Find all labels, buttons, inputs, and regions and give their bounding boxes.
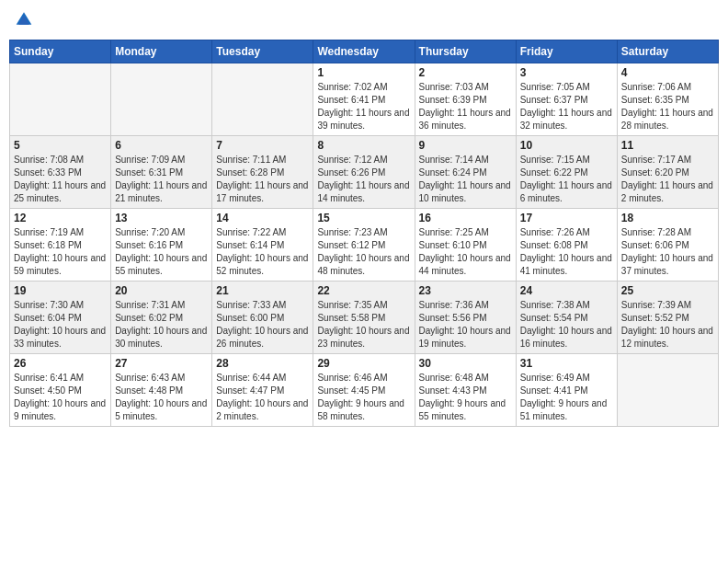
day-info: Sunrise: 7:31 AMSunset: 6:02 PMDaylight:…: [115, 299, 208, 350]
day-number: 27: [115, 357, 208, 370]
day-number: 7: [216, 139, 309, 152]
day-header-tuesday: Tuesday: [212, 40, 313, 63]
calendar-header-row: SundayMondayTuesdayWednesdayThursdayFrid…: [10, 40, 719, 63]
calendar-cell: 26Sunrise: 6:41 AMSunset: 4:50 PMDayligh…: [10, 354, 111, 427]
calendar-week-row: 26Sunrise: 6:41 AMSunset: 4:50 PMDayligh…: [10, 354, 719, 427]
calendar-cell: 12Sunrise: 7:19 AMSunset: 6:18 PMDayligh…: [10, 209, 111, 282]
calendar-cell: 11Sunrise: 7:17 AMSunset: 6:20 PMDayligh…: [617, 136, 718, 209]
day-number: 15: [317, 212, 410, 224]
calendar-cell: [212, 63, 313, 136]
calendar-cell: 22Sunrise: 7:35 AMSunset: 5:58 PMDayligh…: [313, 282, 415, 354]
day-info: Sunrise: 7:26 AMSunset: 6:08 PMDaylight:…: [520, 226, 613, 278]
calendar-cell: 23Sunrise: 7:36 AMSunset: 5:56 PMDayligh…: [415, 282, 516, 354]
calendar-cell: 30Sunrise: 6:48 AMSunset: 4:43 PMDayligh…: [415, 354, 516, 427]
day-number: 31: [520, 357, 613, 370]
day-number: 25: [621, 284, 714, 297]
calendar-cell: 2Sunrise: 7:03 AMSunset: 6:39 PMDaylight…: [415, 63, 516, 136]
day-number: 17: [520, 212, 613, 224]
day-number: 9: [419, 139, 512, 152]
day-number: 30: [419, 357, 512, 370]
day-info: Sunrise: 7:39 AMSunset: 5:52 PMDaylight:…: [621, 299, 714, 350]
calendar-cell: 9Sunrise: 7:14 AMSunset: 6:24 PMDaylight…: [415, 136, 516, 209]
calendar-cell: 16Sunrise: 7:25 AMSunset: 6:10 PMDayligh…: [415, 209, 516, 282]
page-header: [9, 9, 719, 32]
calendar-cell: 14Sunrise: 7:22 AMSunset: 6:14 PMDayligh…: [212, 209, 313, 282]
day-info: Sunrise: 7:11 AMSunset: 6:28 PMDaylight:…: [216, 154, 309, 205]
day-info: Sunrise: 7:20 AMSunset: 6:16 PMDaylight:…: [115, 226, 208, 278]
day-info: Sunrise: 6:46 AMSunset: 4:45 PMDaylight:…: [317, 372, 410, 423]
day-number: 21: [216, 284, 309, 297]
day-info: Sunrise: 7:15 AMSunset: 6:22 PMDaylight:…: [520, 154, 613, 205]
day-info: Sunrise: 6:43 AMSunset: 4:48 PMDaylight:…: [115, 372, 208, 423]
day-info: Sunrise: 6:44 AMSunset: 4:47 PMDaylight:…: [216, 372, 309, 423]
day-info: Sunrise: 7:22 AMSunset: 6:14 PMDaylight:…: [216, 226, 309, 278]
calendar-cell: 13Sunrise: 7:20 AMSunset: 6:16 PMDayligh…: [111, 209, 212, 282]
day-info: Sunrise: 7:12 AMSunset: 6:26 PMDaylight:…: [317, 154, 410, 205]
day-info: Sunrise: 7:35 AMSunset: 5:58 PMDaylight:…: [317, 299, 410, 350]
logo-icon: [15, 9, 33, 28]
day-info: Sunrise: 7:19 AMSunset: 6:18 PMDaylight:…: [14, 226, 107, 278]
calendar-cell: 6Sunrise: 7:09 AMSunset: 6:31 PMDaylight…: [111, 136, 212, 209]
day-info: Sunrise: 7:36 AMSunset: 5:56 PMDaylight:…: [419, 299, 512, 350]
calendar-cell: 24Sunrise: 7:38 AMSunset: 5:54 PMDayligh…: [516, 282, 617, 354]
day-info: Sunrise: 7:33 AMSunset: 6:00 PMDaylight:…: [216, 299, 309, 350]
day-info: Sunrise: 7:06 AMSunset: 6:35 PMDaylight:…: [621, 81, 714, 132]
day-info: Sunrise: 7:09 AMSunset: 6:31 PMDaylight:…: [115, 154, 208, 205]
day-info: Sunrise: 7:08 AMSunset: 6:33 PMDaylight:…: [14, 154, 107, 205]
day-number: 3: [520, 66, 613, 79]
calendar-cell: 15Sunrise: 7:23 AMSunset: 6:12 PMDayligh…: [313, 209, 415, 282]
calendar-cell: 10Sunrise: 7:15 AMSunset: 6:22 PMDayligh…: [516, 136, 617, 209]
day-info: Sunrise: 7:17 AMSunset: 6:20 PMDaylight:…: [621, 154, 714, 205]
calendar-week-row: 5Sunrise: 7:08 AMSunset: 6:33 PMDaylight…: [10, 136, 719, 209]
day-number: 12: [14, 212, 107, 224]
day-info: Sunrise: 6:49 AMSunset: 4:41 PMDaylight:…: [520, 372, 613, 423]
day-number: 23: [419, 284, 512, 297]
day-header-saturday: Saturday: [617, 40, 718, 63]
day-header-monday: Monday: [111, 40, 212, 63]
day-header-wednesday: Wednesday: [313, 40, 415, 63]
day-number: 20: [115, 284, 208, 297]
calendar-cell: 20Sunrise: 7:31 AMSunset: 6:02 PMDayligh…: [111, 282, 212, 354]
calendar-cell: 7Sunrise: 7:11 AMSunset: 6:28 PMDaylight…: [212, 136, 313, 209]
calendar-cell: 29Sunrise: 6:46 AMSunset: 4:45 PMDayligh…: [313, 354, 415, 427]
day-number: 24: [520, 284, 613, 297]
day-number: 18: [621, 212, 714, 224]
day-number: 8: [317, 139, 410, 152]
day-info: Sunrise: 7:38 AMSunset: 5:54 PMDaylight:…: [520, 299, 613, 350]
day-number: 29: [317, 357, 410, 370]
day-number: 22: [317, 284, 410, 297]
calendar-cell: 8Sunrise: 7:12 AMSunset: 6:26 PMDaylight…: [313, 136, 415, 209]
day-number: 13: [115, 212, 208, 224]
day-info: Sunrise: 6:48 AMSunset: 4:43 PMDaylight:…: [419, 372, 512, 423]
calendar-cell: 28Sunrise: 6:44 AMSunset: 4:47 PMDayligh…: [212, 354, 313, 427]
day-header-friday: Friday: [516, 40, 617, 63]
day-number: 14: [216, 212, 309, 224]
calendar-week-row: 1Sunrise: 7:02 AMSunset: 6:41 PMDaylight…: [10, 63, 719, 136]
day-number: 1: [317, 66, 410, 79]
day-info: Sunrise: 7:03 AMSunset: 6:39 PMDaylight:…: [419, 81, 512, 132]
day-number: 2: [419, 66, 512, 79]
day-number: 16: [419, 212, 512, 224]
calendar-week-row: 19Sunrise: 7:30 AMSunset: 6:04 PMDayligh…: [10, 282, 719, 354]
day-info: Sunrise: 7:23 AMSunset: 6:12 PMDaylight:…: [317, 226, 410, 278]
day-number: 4: [621, 66, 714, 79]
day-info: Sunrise: 7:02 AMSunset: 6:41 PMDaylight:…: [317, 81, 410, 132]
calendar-cell: [111, 63, 212, 136]
day-number: 28: [216, 357, 309, 370]
calendar-cell: 31Sunrise: 6:49 AMSunset: 4:41 PMDayligh…: [516, 354, 617, 427]
day-info: Sunrise: 7:25 AMSunset: 6:10 PMDaylight:…: [419, 226, 512, 278]
calendar-cell: 17Sunrise: 7:26 AMSunset: 6:08 PMDayligh…: [516, 209, 617, 282]
calendar-cell: 4Sunrise: 7:06 AMSunset: 6:35 PMDaylight…: [617, 63, 718, 136]
day-info: Sunrise: 7:05 AMSunset: 6:37 PMDaylight:…: [520, 81, 613, 132]
day-info: Sunrise: 7:28 AMSunset: 6:06 PMDaylight:…: [621, 226, 714, 278]
day-info: Sunrise: 7:14 AMSunset: 6:24 PMDaylight:…: [419, 154, 512, 205]
calendar-cell: 27Sunrise: 6:43 AMSunset: 4:48 PMDayligh…: [111, 354, 212, 427]
calendar-table: SundayMondayTuesdayWednesdayThursdayFrid…: [9, 40, 719, 427]
calendar-cell: 5Sunrise: 7:08 AMSunset: 6:33 PMDaylight…: [10, 136, 111, 209]
day-number: 5: [14, 139, 107, 152]
calendar-cell: [10, 63, 111, 136]
day-header-thursday: Thursday: [415, 40, 516, 63]
calendar-cell: 21Sunrise: 7:33 AMSunset: 6:00 PMDayligh…: [212, 282, 313, 354]
day-info: Sunrise: 7:30 AMSunset: 6:04 PMDaylight:…: [14, 299, 107, 350]
calendar-week-row: 12Sunrise: 7:19 AMSunset: 6:18 PMDayligh…: [10, 209, 719, 282]
